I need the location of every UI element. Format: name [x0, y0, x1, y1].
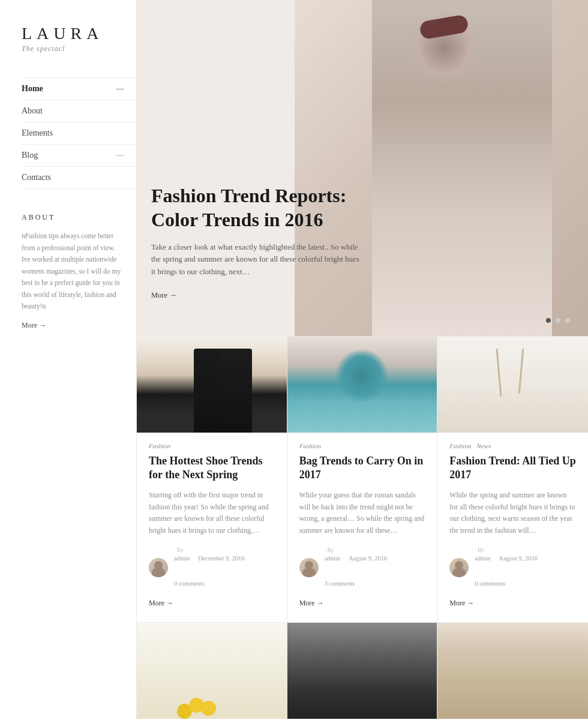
meta-comments-3: · 0 comments — [475, 572, 505, 589]
article-card-6: Beauty Hair Trends: Go Natural Natural h… — [437, 623, 588, 720]
nav-link-contacts[interactable]: Contacts — [22, 173, 136, 182]
article-card-5: Lifestyle Urban Street Style 2017 The ur… — [287, 623, 438, 720]
articles-grid: Fashion The Hottest Shoe Trends for the … — [137, 336, 588, 720]
nav-item-elements[interactable]: Elements — [22, 122, 136, 144]
logo-title: LAURA — [22, 24, 136, 43]
article-excerpt-1: Starting off with the first major trend … — [149, 490, 275, 537]
nav-link-elements[interactable]: Elements — [22, 128, 136, 138]
article-image-4 — [137, 623, 287, 719]
bw-image — [287, 623, 437, 719]
article-title-1: The Hottest Shoe Trends for the Next Spr… — [149, 454, 275, 482]
meta-by-3: · By admin — [475, 547, 490, 563]
main-content: Fashion Trend Reports: Color Trends in 2… — [137, 0, 588, 720]
comments-label-1: · — [174, 572, 205, 580]
article-more-3[interactable]: More → — [449, 599, 474, 608]
date-value-3: August 9, 2016 — [499, 554, 538, 563]
author-avatar-3 — [449, 558, 469, 577]
antlers-image — [437, 337, 588, 433]
nav-arrow-home: — — [116, 84, 124, 94]
shoes-image — [137, 337, 287, 433]
nav-item-blog[interactable]: Blog — — [22, 144, 136, 166]
article-content-1: Fashion The Hottest Shoe Trends for the … — [137, 442, 287, 608]
about-section: ABOUT nFashion tips always come better f… — [22, 213, 136, 330]
by-label-1: · By — [174, 547, 190, 554]
hero-more-link[interactable]: More → — [151, 291, 177, 300]
nav-label-about: About — [22, 106, 43, 116]
article-title-2: Bag Trends to Carry On in 2017 — [299, 454, 425, 482]
author-avatar-1 — [149, 558, 168, 577]
article-image-2 — [287, 337, 437, 433]
article-card-1: Fashion The Hottest Shoe Trends for the … — [137, 337, 287, 623]
meta-info-1: · By admin · December 9, 2016 · 0 commen… — [174, 547, 275, 589]
blonde-image — [437, 623, 588, 719]
category-label-2: Fashion — [299, 442, 321, 449]
article-meta-2: · By admin · August 9, 2016 · 3 comments — [299, 547, 425, 589]
article-content-3: Fashion News Fashion Trend: All Tied Up … — [437, 442, 588, 608]
article-image-6 — [437, 623, 588, 719]
category-label-3b: News — [476, 442, 491, 449]
nav-link-about[interactable]: About — [22, 106, 136, 116]
slider-dot-3[interactable] — [565, 318, 570, 323]
article-title-3: Fashion Trend: All Tied Up 2017 — [449, 454, 576, 482]
date-label-3: · — [499, 547, 538, 554]
comments-value-1: 0 comments — [174, 580, 205, 589]
article-image-3 — [437, 337, 588, 433]
article-meta-3: · By admin · August 9, 2016 · 0 comments — [449, 547, 576, 589]
meta-comments-1: · 0 comments — [174, 572, 205, 589]
hero-more-label: More → — [151, 291, 177, 300]
meta-date-2: · August 9, 2016 — [349, 547, 387, 563]
article-meta-1: · By admin · December 9, 2016 · 0 commen… — [149, 547, 275, 589]
article-content-2: Fashion Bag Trends to Carry On in 2017 W… — [287, 442, 437, 608]
category-label-3a: Fashion — [449, 442, 471, 449]
by-label-3: · By — [475, 547, 490, 554]
article-category-3: Fashion News — [449, 442, 576, 449]
meta-date-1: · December 9, 2016 — [198, 547, 244, 563]
meta-date-3: · August 9, 2016 — [499, 547, 538, 563]
nav-label-contacts: Contacts — [22, 173, 51, 182]
meta-by-2: · By admin — [325, 547, 340, 563]
article-category-1: Fashion — [149, 442, 275, 449]
nav-menu: Home — About Elements Blog — Contacts — [22, 77, 136, 189]
article-excerpt-3: While the spring and summer are known fo… — [449, 490, 576, 537]
nav-link-blog[interactable]: Blog — — [22, 151, 136, 160]
category-label-1: Fashion — [149, 442, 170, 449]
comments-label-2: · — [325, 572, 355, 580]
article-card-3: Fashion News Fashion Trend: All Tied Up … — [437, 337, 588, 623]
about-more-label: More → — [22, 321, 46, 330]
date-label-1: · — [198, 547, 244, 554]
comments-value-3: 0 comments — [475, 580, 505, 589]
about-more-link[interactable]: More → — [22, 321, 46, 330]
flowers-image — [137, 623, 287, 719]
nav-link-home[interactable]: Home — — [22, 84, 136, 94]
nav-item-about[interactable]: About — [22, 100, 136, 122]
sidebar: LAURA The spectacl Home — About Elements… — [0, 0, 137, 720]
slider-dot-1[interactable] — [546, 318, 551, 323]
meta-info-2: · By admin · August 9, 2016 · 3 comments — [325, 547, 425, 589]
comments-label-3: · — [475, 572, 505, 580]
meta-by-1: · By admin — [174, 547, 190, 563]
slider-dots — [546, 318, 570, 323]
logo-subtitle: The spectacl — [22, 44, 136, 53]
about-heading: ABOUT — [22, 213, 136, 222]
nav-item-contacts[interactable]: Contacts — [22, 166, 136, 189]
article-category-2: Fashion — [299, 442, 425, 449]
article-card-2: Fashion Bag Trends to Carry On in 2017 W… — [287, 337, 438, 623]
bluehair-image — [287, 337, 437, 433]
author-name-1: admin — [174, 554, 190, 563]
logo-block: LAURA The spectacl — [22, 24, 136, 53]
author-name-3: admin — [475, 554, 490, 563]
by-label-2: · By — [325, 547, 340, 554]
article-more-2[interactable]: More → — [299, 599, 324, 608]
hero-title: Fashion Trend Reports: Color Trends in 2… — [151, 184, 362, 232]
article-more-1[interactable]: More → — [149, 599, 173, 608]
hero-description: Take a closer look at what exactly highl… — [151, 241, 362, 278]
article-image-5 — [287, 623, 437, 719]
date-value-1: December 9, 2016 — [198, 554, 244, 563]
hero-section: Fashion Trend Reports: Color Trends in 2… — [137, 0, 588, 336]
nav-item-home[interactable]: Home — — [22, 77, 136, 100]
nav-label-blog: Blog — [22, 151, 38, 160]
meta-comments-2: · 3 comments — [325, 572, 355, 589]
nav-label-home: Home — [22, 84, 43, 94]
slider-dot-2[interactable] — [556, 318, 560, 323]
comments-value-2: 3 comments — [325, 580, 355, 589]
